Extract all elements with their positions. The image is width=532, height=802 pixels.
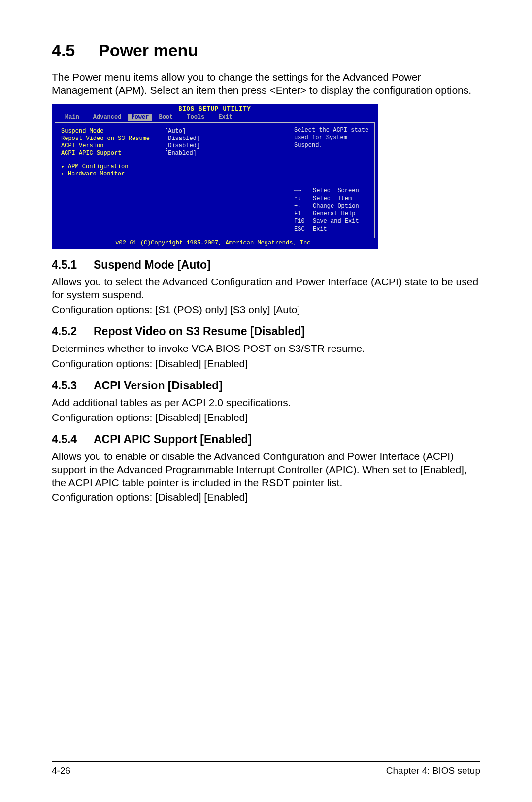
key-icon: ESC	[294, 226, 313, 234]
bios-key-legend: ←→Select Screen ↑↓Select Item +-Change O…	[294, 187, 371, 234]
bios-item[interactable]: Repost Video on S3 Resume [Disabled]	[61, 135, 285, 142]
bios-main-panel: Suspend Mode [Auto] Repost Video on S3 R…	[55, 122, 289, 238]
subsection-title: Suspend Mode [Auto]	[94, 258, 211, 271]
key-desc: Exit	[313, 226, 327, 234]
subsection-number: 4.5.3	[52, 379, 94, 392]
bios-item[interactable]: ACPI APIC Support [Enabled]	[61, 150, 285, 157]
bios-submenu[interactable]: ▸APM Configuration	[61, 163, 285, 171]
bios-tab-tools[interactable]: Tools	[180, 114, 211, 121]
key-desc: Select Screen	[313, 187, 359, 195]
chapter-label: Chapter 4: BIOS setup	[386, 766, 480, 776]
config-options: Configuration options: [Disabled] [Enabl…	[52, 411, 480, 424]
bios-item-label: ACPI APIC Support	[61, 150, 165, 157]
subsection-title: ACPI APIC Support [Enabled]	[94, 433, 252, 446]
subsection-heading: 4.5.3ACPI Version [Disabled]	[52, 379, 480, 392]
bios-help-text: Select the ACPI state used for System Su…	[294, 127, 371, 150]
key-desc: Save and Exit	[313, 218, 359, 226]
key-icon: F10	[294, 218, 313, 226]
subsection-title: Repost Video on S3 Resume [Disabled]	[94, 325, 305, 338]
bios-tab-boot[interactable]: Boot	[152, 114, 180, 121]
bios-submenu[interactable]: ▸Hardware Monitor	[61, 171, 285, 178]
section-title-text: Power menu	[99, 41, 198, 60]
subsection-number: 4.5.4	[52, 433, 94, 446]
config-options: Configuration options: [Disabled] [Enabl…	[52, 491, 480, 504]
bios-item-value: [Auto]	[165, 128, 186, 135]
subsection-number: 4.5.1	[52, 258, 94, 272]
key-desc: Change Option	[313, 203, 359, 210]
key-icon: +-	[294, 203, 313, 210]
section-intro: The Power menu items allow you to change…	[52, 71, 480, 97]
page-number: 4-26	[52, 766, 70, 776]
section-heading: 4.5Power menu	[52, 41, 480, 60]
bios-item-label: Repost Video on S3 Resume	[61, 135, 165, 142]
subsection-body: Add additional tables as per ACPI 2.0 sp…	[52, 396, 480, 409]
bios-tab-main[interactable]: Main	[58, 114, 86, 121]
bios-tab-bar: Main Advanced Power Boot Tools Exit	[52, 114, 377, 122]
bios-item[interactable]: ACPI Version [Disabled]	[61, 142, 285, 150]
config-options: Configuration options: [S1 (POS) only] […	[52, 303, 480, 316]
page-footer: 4-26 Chapter 4: BIOS setup	[52, 761, 480, 776]
submenu-arrow-icon: ▸	[61, 171, 68, 178]
subsection-number: 4.5.2	[52, 325, 94, 338]
bios-item-value: [Disabled]	[165, 135, 200, 142]
subsection-heading: 4.5.1Suspend Mode [Auto]	[52, 258, 480, 272]
key-icon: ↑↓	[294, 195, 313, 203]
bios-screenshot: BIOS SETUP UTILITY Main Advanced Power B…	[52, 104, 378, 249]
subsection-body: Allows you to select the Advanced Config…	[52, 276, 480, 302]
bios-tab-exit[interactable]: Exit	[211, 114, 239, 121]
bios-tab-advanced[interactable]: Advanced	[86, 114, 129, 121]
subsection-body: Determines whether to invoke VGA BIOS PO…	[52, 342, 480, 355]
bios-title: BIOS SETUP UTILITY	[52, 105, 377, 114]
key-icon: F1	[294, 210, 313, 218]
key-desc: General Help	[313, 210, 355, 218]
subsection-heading: 4.5.4ACPI APIC Support [Enabled]	[52, 433, 480, 446]
bios-tab-power[interactable]: Power	[128, 114, 152, 121]
subsection-title: ACPI Version [Disabled]	[94, 379, 223, 392]
bios-item[interactable]: Suspend Mode [Auto]	[61, 128, 285, 135]
key-icon: ←→	[294, 187, 313, 195]
bios-submenu-label: APM Configuration	[68, 163, 128, 170]
bios-item-label: ACPI Version	[61, 142, 165, 150]
key-desc: Select Item	[313, 195, 352, 203]
config-options: Configuration options: [Disabled] [Enabl…	[52, 357, 480, 370]
bios-copyright: v02.61 (C)Copyright 1985-2007, American …	[52, 239, 377, 249]
subsection-body: Allows you to enable or disable the Adva…	[52, 450, 480, 489]
bios-item-label: Suspend Mode	[61, 128, 165, 135]
bios-submenu-label: Hardware Monitor	[68, 171, 125, 177]
submenu-arrow-icon: ▸	[61, 163, 68, 171]
bios-item-value: [Disabled]	[165, 142, 200, 150]
bios-item-value: [Enabled]	[165, 150, 197, 157]
bios-help-panel: Select the ACPI state used for System Su…	[289, 122, 375, 238]
subsection-heading: 4.5.2Repost Video on S3 Resume [Disabled…	[52, 325, 480, 338]
section-number: 4.5	[52, 41, 99, 60]
